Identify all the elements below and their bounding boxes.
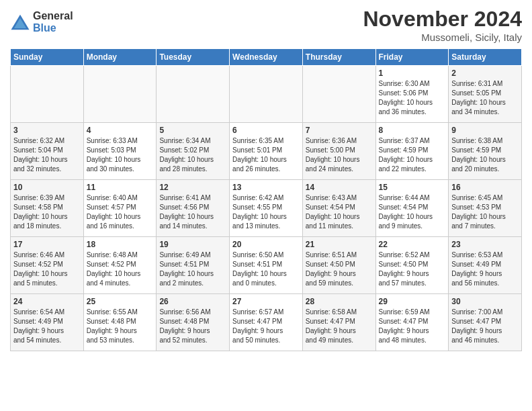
empty-cell <box>83 66 157 123</box>
month-title: November 2024 <box>363 7 522 32</box>
day-number: 7 <box>306 126 373 135</box>
day-number: 21 <box>306 240 373 249</box>
day-info: Sunrise: 6:59 AM Sunset: 4:47 PM Dayligh… <box>379 308 446 345</box>
day-info: Sunrise: 6:38 AM Sunset: 4:59 PM Dayligh… <box>451 136 519 174</box>
calendar-table: SundayMondayTuesdayWednesdayThursdayFrid… <box>10 48 522 351</box>
title-section: November 2024 Mussomeli, Sicily, Italy <box>363 7 522 43</box>
day-number: 1 <box>379 68 446 78</box>
week-row-5: 24Sunrise: 6:54 AM Sunset: 4:49 PM Dayli… <box>11 294 522 351</box>
empty-cell <box>230 66 303 123</box>
day-info: Sunrise: 6:45 AM Sunset: 4:53 PM Dayligh… <box>451 193 519 231</box>
day-info: Sunrise: 6:43 AM Sunset: 4:54 PM Dayligh… <box>306 193 373 231</box>
day-info: Sunrise: 6:55 AM Sunset: 4:48 PM Dayligh… <box>87 308 154 345</box>
day-number: 23 <box>451 240 519 249</box>
day-number: 13 <box>232 183 300 192</box>
day-number: 11 <box>87 183 154 192</box>
day-number: 4 <box>87 126 154 135</box>
day-cell-25: 25Sunrise: 6:55 AM Sunset: 4:48 PM Dayli… <box>83 294 157 351</box>
day-info: Sunrise: 6:42 AM Sunset: 4:55 PM Dayligh… <box>232 193 300 231</box>
day-number: 29 <box>379 297 446 306</box>
day-info: Sunrise: 6:49 AM Sunset: 4:51 PM Dayligh… <box>159 250 226 288</box>
page: General Blue November 2024 Mussomeli, Si… <box>0 0 532 361</box>
day-cell-14: 14Sunrise: 6:43 AM Sunset: 4:54 PM Dayli… <box>302 180 375 237</box>
day-number: 25 <box>87 297 154 306</box>
day-cell-2: 2Sunrise: 6:31 AM Sunset: 5:05 PM Daylig… <box>449 66 522 123</box>
day-number: 19 <box>159 240 226 249</box>
day-info: Sunrise: 6:52 AM Sunset: 4:50 PM Dayligh… <box>379 250 446 288</box>
col-header-tuesday: Tuesday <box>157 49 230 66</box>
day-number: 3 <box>13 126 81 135</box>
day-info: Sunrise: 6:31 AM Sunset: 5:05 PM Dayligh… <box>451 79 519 117</box>
day-info: Sunrise: 6:40 AM Sunset: 4:57 PM Dayligh… <box>87 193 154 231</box>
day-cell-6: 6Sunrise: 6:35 AM Sunset: 5:01 PM Daylig… <box>230 123 303 180</box>
day-info: Sunrise: 7:00 AM Sunset: 4:47 PM Dayligh… <box>451 308 519 345</box>
logo-general: General <box>33 10 73 22</box>
day-number: 2 <box>451 68 519 78</box>
day-cell-9: 9Sunrise: 6:38 AM Sunset: 4:59 PM Daylig… <box>449 123 522 180</box>
day-info: Sunrise: 6:30 AM Sunset: 5:06 PM Dayligh… <box>379 79 446 117</box>
day-info: Sunrise: 6:37 AM Sunset: 4:59 PM Dayligh… <box>379 136 446 174</box>
logo-text: General Blue <box>33 10 73 34</box>
day-number: 16 <box>451 183 519 192</box>
day-number: 8 <box>379 126 446 135</box>
day-info: Sunrise: 6:33 AM Sunset: 5:03 PM Dayligh… <box>87 136 154 174</box>
day-cell-28: 28Sunrise: 6:58 AM Sunset: 4:47 PM Dayli… <box>302 294 375 351</box>
day-cell-18: 18Sunrise: 6:48 AM Sunset: 4:52 PM Dayli… <box>83 237 157 294</box>
day-info: Sunrise: 6:58 AM Sunset: 4:47 PM Dayligh… <box>306 308 373 345</box>
day-number: 12 <box>159 183 226 192</box>
day-number: 5 <box>159 126 226 135</box>
calendar-header-row: SundayMondayTuesdayWednesdayThursdayFrid… <box>11 49 522 66</box>
day-cell-16: 16Sunrise: 6:45 AM Sunset: 4:53 PM Dayli… <box>449 180 522 237</box>
col-header-wednesday: Wednesday <box>230 49 303 66</box>
day-number: 6 <box>232 126 300 135</box>
header: General Blue November 2024 Mussomeli, Si… <box>10 7 522 43</box>
day-number: 18 <box>87 240 154 249</box>
day-cell-12: 12Sunrise: 6:41 AM Sunset: 4:56 PM Dayli… <box>157 180 230 237</box>
empty-cell <box>11 66 84 123</box>
day-cell-30: 30Sunrise: 7:00 AM Sunset: 4:47 PM Dayli… <box>449 294 522 351</box>
day-cell-22: 22Sunrise: 6:52 AM Sunset: 4:50 PM Dayli… <box>375 237 449 294</box>
logo-blue: Blue <box>33 22 73 34</box>
location: Mussomeli, Sicily, Italy <box>363 32 522 43</box>
day-number: 26 <box>159 297 226 306</box>
day-cell-11: 11Sunrise: 6:40 AM Sunset: 4:57 PM Dayli… <box>83 180 157 237</box>
day-cell-10: 10Sunrise: 6:39 AM Sunset: 4:58 PM Dayli… <box>11 180 84 237</box>
day-number: 10 <box>13 183 81 192</box>
day-number: 15 <box>379 183 446 192</box>
logo: General Blue <box>10 10 73 34</box>
day-number: 17 <box>13 240 81 249</box>
week-row-1: 1Sunrise: 6:30 AM Sunset: 5:06 PM Daylig… <box>11 66 522 123</box>
day-number: 28 <box>306 297 373 306</box>
empty-cell <box>157 66 230 123</box>
col-header-thursday: Thursday <box>302 49 375 66</box>
day-info: Sunrise: 6:46 AM Sunset: 4:52 PM Dayligh… <box>13 250 81 288</box>
day-info: Sunrise: 6:57 AM Sunset: 4:47 PM Dayligh… <box>232 308 300 345</box>
day-cell-7: 7Sunrise: 6:36 AM Sunset: 5:00 PM Daylig… <box>302 123 375 180</box>
day-info: Sunrise: 6:56 AM Sunset: 4:48 PM Dayligh… <box>159 308 226 345</box>
day-cell-5: 5Sunrise: 6:34 AM Sunset: 5:02 PM Daylig… <box>157 123 230 180</box>
day-info: Sunrise: 6:36 AM Sunset: 5:00 PM Dayligh… <box>306 136 373 174</box>
week-row-4: 17Sunrise: 6:46 AM Sunset: 4:52 PM Dayli… <box>11 237 522 294</box>
day-cell-20: 20Sunrise: 6:50 AM Sunset: 4:51 PM Dayli… <box>230 237 303 294</box>
day-cell-19: 19Sunrise: 6:49 AM Sunset: 4:51 PM Dayli… <box>157 237 230 294</box>
col-header-sunday: Sunday <box>11 49 84 66</box>
week-row-2: 3Sunrise: 6:32 AM Sunset: 5:04 PM Daylig… <box>11 123 522 180</box>
day-number: 22 <box>379 240 446 249</box>
col-header-friday: Friday <box>375 49 449 66</box>
day-cell-13: 13Sunrise: 6:42 AM Sunset: 4:55 PM Dayli… <box>230 180 303 237</box>
col-header-monday: Monday <box>83 49 157 66</box>
day-cell-23: 23Sunrise: 6:53 AM Sunset: 4:49 PM Dayli… <box>449 237 522 294</box>
day-number: 27 <box>232 297 300 306</box>
day-number: 9 <box>451 126 519 135</box>
day-cell-17: 17Sunrise: 6:46 AM Sunset: 4:52 PM Dayli… <box>11 237 84 294</box>
day-cell-3: 3Sunrise: 6:32 AM Sunset: 5:04 PM Daylig… <box>11 123 84 180</box>
day-info: Sunrise: 6:32 AM Sunset: 5:04 PM Dayligh… <box>13 136 81 174</box>
week-row-3: 10Sunrise: 6:39 AM Sunset: 4:58 PM Dayli… <box>11 180 522 237</box>
empty-cell <box>302 66 375 123</box>
day-number: 24 <box>13 297 81 306</box>
day-cell-24: 24Sunrise: 6:54 AM Sunset: 4:49 PM Dayli… <box>11 294 84 351</box>
day-cell-26: 26Sunrise: 6:56 AM Sunset: 4:48 PM Dayli… <box>157 294 230 351</box>
day-cell-15: 15Sunrise: 6:44 AM Sunset: 4:54 PM Dayli… <box>375 180 449 237</box>
day-info: Sunrise: 6:41 AM Sunset: 4:56 PM Dayligh… <box>159 193 226 231</box>
day-cell-27: 27Sunrise: 6:57 AM Sunset: 4:47 PM Dayli… <box>230 294 303 351</box>
